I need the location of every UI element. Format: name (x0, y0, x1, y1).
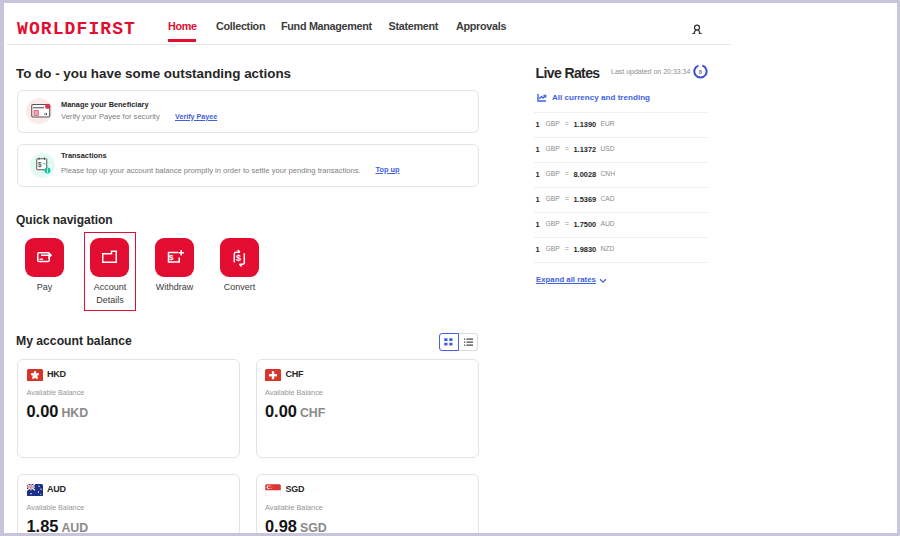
svg-text:$: $ (38, 161, 42, 169)
svg-text:8: 8 (699, 69, 703, 75)
